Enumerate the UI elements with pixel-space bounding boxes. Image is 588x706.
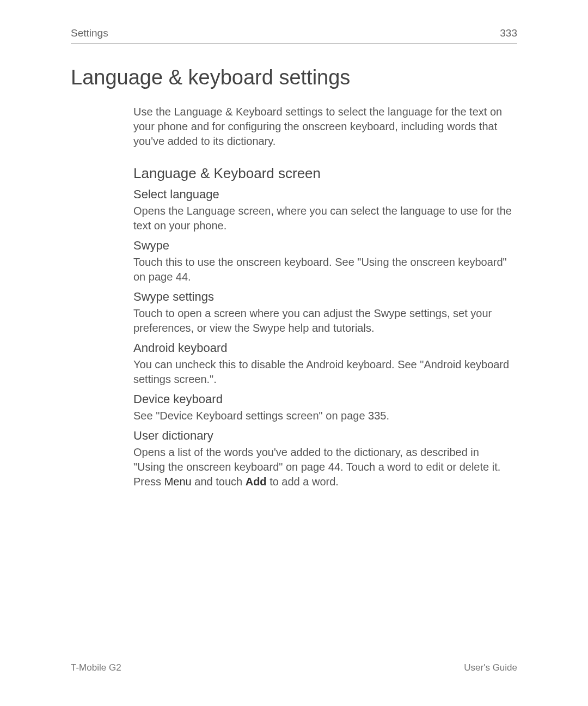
item-title-android-keyboard: Android keyboard — [133, 341, 512, 355]
content-block: Use the Language & Keyboard settings to … — [71, 105, 517, 489]
item-body-swype-settings: Touch to open a screen where you can adj… — [133, 306, 512, 336]
page-footer: T-Mobile G2 User's Guide — [71, 662, 517, 673]
footer-guide: User's Guide — [464, 662, 517, 673]
footer-device: T-Mobile G2 — [71, 662, 121, 673]
page-header: Settings 333 — [71, 27, 517, 44]
page-number: 333 — [500, 27, 517, 39]
section-title: Language & Keyboard screen — [133, 165, 512, 182]
item-body-android-keyboard: You can uncheck this to disable the Andr… — [133, 357, 512, 387]
header-section: Settings — [71, 27, 108, 39]
item-body-user-dictionary: Opens a list of the words you've added t… — [133, 445, 512, 489]
item-body-select-language: Opens the Language screen, where you can… — [133, 204, 512, 233]
item-title-user-dictionary: User dictionary — [133, 429, 512, 443]
item-title-swype: Swype — [133, 239, 512, 253]
item-body-swype: Touch this to use the onscreen keyboard.… — [133, 255, 512, 284]
add-label: Add — [246, 476, 267, 488]
intro-paragraph: Use the Language & Keyboard settings to … — [133, 105, 512, 149]
user-dict-text-mid: and touch — [192, 476, 246, 488]
item-body-device-keyboard: See "Device Keyboard settings screen" on… — [133, 409, 512, 423]
main-title: Language & keyboard settings — [71, 66, 517, 89]
item-title-swype-settings: Swype settings — [133, 290, 512, 304]
page: Settings 333 Language & keyboard setting… — [0, 0, 588, 489]
item-title-device-keyboard: Device keyboard — [133, 392, 512, 406]
menu-label: Menu — [164, 476, 192, 488]
item-title-select-language: Select language — [133, 187, 512, 202]
user-dict-text-post: to add a word. — [267, 476, 339, 488]
